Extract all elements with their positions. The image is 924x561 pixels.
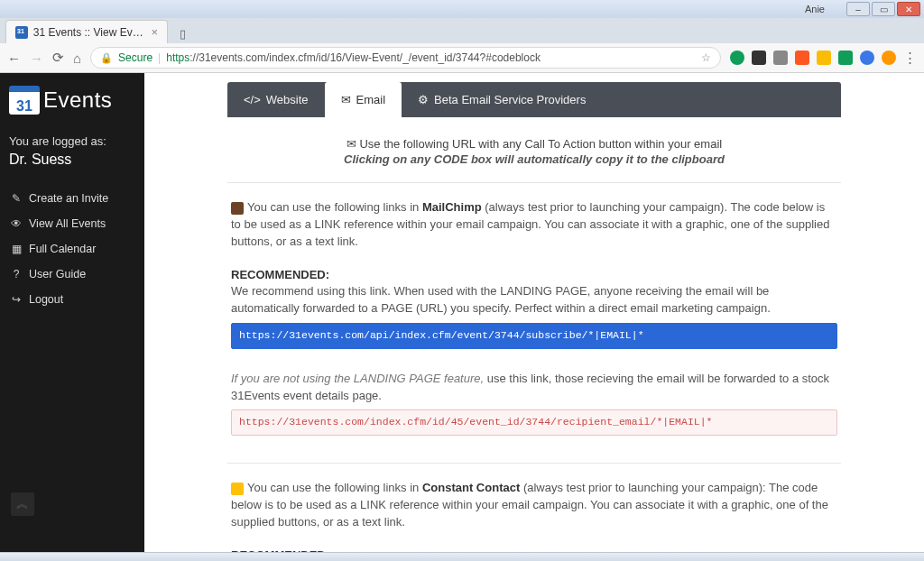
forward-button[interactable]: → — [30, 51, 43, 66]
constant-contact-icon — [231, 483, 244, 495]
secure-label: Secure — [118, 51, 152, 64]
logged-as-label: You are logged as: — [9, 134, 135, 148]
lock-icon: 🔒 — [100, 52, 113, 64]
sidebar: 31 Events You are logged as: Dr. Suess ✎… — [0, 73, 144, 561]
browser-tab-title: 31 Events :: View Event — [33, 26, 146, 39]
tab-close-icon[interactable]: × — [151, 25, 158, 39]
edit-icon: ✎ — [11, 192, 22, 205]
scroll-to-top-button[interactable]: ︽ — [11, 492, 34, 516]
tab-email[interactable]: ✉Email — [325, 82, 402, 117]
reload-button[interactable]: ⟳ — [52, 50, 64, 66]
envelope-icon: ✉ — [346, 137, 356, 151]
logo-text: Events — [43, 87, 112, 113]
code-icon: </> — [244, 93, 261, 106]
gears-icon: ⚙ — [418, 93, 429, 106]
username-label: Dr. Suess — [9, 152, 135, 168]
new-tab-button[interactable]: ▯ — [173, 27, 191, 43]
tab-website[interactable]: </>Website — [227, 82, 325, 117]
eye-icon: 👁 — [11, 217, 22, 230]
code-box[interactable]: https://31events.com/index.cfm/id/45/eve… — [231, 409, 837, 436]
extension-icon[interactable] — [838, 51, 853, 65]
window-user-label: Anie — [805, 4, 825, 14]
code-box-selected[interactable]: https://31events.com/api/index.cfm/event… — [231, 323, 837, 349]
calendar-icon: 31 — [9, 86, 40, 115]
url-protocol: https — [166, 51, 189, 64]
calendar-icon: ▦ — [11, 243, 22, 255]
provider-name: Constant Contact — [422, 481, 520, 494]
extension-icon[interactable] — [817, 51, 831, 65]
address-bar[interactable]: 🔒 Secure | https://31events.com/index.cf… — [90, 47, 721, 69]
mailchimp-section: You can use the following links in MailC… — [227, 183, 841, 436]
extension-icon[interactable] — [730, 51, 744, 65]
extension-icon[interactable] — [860, 51, 874, 65]
recommended-desc: We recommend using this link. When used … — [231, 283, 837, 317]
extension-icon[interactable] — [752, 51, 766, 65]
extension-icon[interactable] — [773, 51, 788, 65]
os-taskbar — [0, 552, 924, 561]
browser-tab-strip: 31 Events :: View Event × ▯ — [0, 18, 924, 43]
back-button[interactable]: ← — [7, 51, 21, 66]
url-path: ://31events.com/index.cfm/id/16/View-Eve… — [189, 51, 541, 64]
browser-toolbar: ← → ⟳ ⌂ 🔒 Secure | https://31events.com/… — [0, 43, 924, 72]
bookmark-star-icon[interactable]: ☆ — [701, 51, 711, 64]
intro-box: ✉ Use the following URL with any Call To… — [227, 117, 841, 183]
mailchimp-icon — [231, 202, 244, 215]
main-content: </>Website ✉Email ⚙Beta Email Service Pr… — [144, 73, 924, 561]
content-tabs: </>Website ✉Email ⚙Beta Email Service Pr… — [227, 82, 841, 117]
extension-icons: ⋮ — [730, 50, 917, 66]
extension-icon[interactable] — [795, 51, 809, 65]
home-button[interactable]: ⌂ — [73, 51, 81, 66]
window-close-button[interactable]: ✕ — [897, 2, 920, 16]
app-logo[interactable]: 31 Events — [9, 86, 135, 115]
tab-beta-providers[interactable]: ⚙Beta Email Service Providers — [402, 82, 602, 117]
nav-full-calendar[interactable]: ▦Full Calendar — [9, 236, 135, 262]
nav-user-guide[interactable]: ?User Guide — [9, 262, 135, 287]
nav-view-all-events[interactable]: 👁View All Events — [9, 211, 135, 236]
window-minimize-button[interactable]: – — [846, 2, 870, 16]
constant-contact-section: You can use the following links in Const… — [227, 464, 841, 561]
logout-icon: ↪ — [11, 293, 22, 306]
window-maximize-button[interactable]: ▭ — [872, 2, 895, 16]
nav-create-invite[interactable]: ✎Create an Invite — [9, 186, 135, 211]
extension-icon[interactable] — [882, 51, 896, 65]
menu-icon[interactable]: ⋮ — [903, 50, 917, 66]
browser-chrome: Anie – ▭ ✕ 31 Events :: View Event × ▯ ←… — [0, 0, 924, 73]
intro-note: Clicking on any CODE box will automatica… — [236, 152, 832, 166]
provider-name: MailChimp — [422, 200, 482, 214]
nav-logout[interactable]: ↪Logout — [9, 287, 135, 312]
question-icon: ? — [11, 268, 22, 280]
recommended-label: RECOMMENDED — [231, 268, 326, 281]
favicon-icon — [15, 26, 28, 39]
browser-tab[interactable]: 31 Events :: View Event × — [5, 20, 168, 43]
envelope-icon: ✉ — [341, 93, 351, 106]
window-titlebar: Anie – ▭ ✕ — [0, 0, 924, 18]
